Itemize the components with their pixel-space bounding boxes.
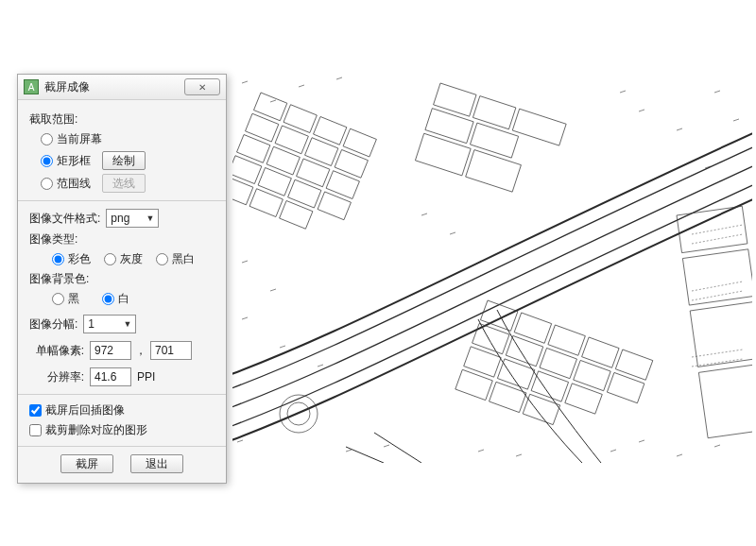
pixels-w-input[interactable]: 972 bbox=[90, 341, 131, 360]
bg-black-radio[interactable]: 黑 bbox=[52, 291, 79, 307]
separator bbox=[18, 394, 226, 395]
range-label: 截取范围: bbox=[29, 111, 77, 128]
range-current-screen-text: 当前屏幕 bbox=[57, 131, 102, 147]
bg-black-text: 黑 bbox=[68, 291, 79, 307]
format-value: png bbox=[111, 212, 129, 225]
chevron-down-icon: ▼ bbox=[146, 213, 154, 223]
crop-delete-text: 裁剪删除对应的图形 bbox=[45, 422, 147, 438]
format-label: 图像文件格式: bbox=[29, 211, 100, 227]
insert-after-checkbox[interactable]: 截屏后回插图像 bbox=[29, 402, 125, 418]
dpi-unit: PPI bbox=[137, 370, 155, 384]
type-gray-text: 灰度 bbox=[120, 251, 143, 267]
dialog-title: 截屏成像 bbox=[44, 79, 184, 95]
type-bw-text: 黑白 bbox=[172, 251, 195, 267]
dpi-input[interactable]: 41.6 bbox=[90, 367, 131, 386]
select-line-button: 选线 bbox=[102, 174, 146, 193]
draw-button[interactable]: 绘制 bbox=[102, 151, 146, 170]
range-polyline-text: 范围线 bbox=[57, 176, 91, 192]
image-type-label: 图像类型: bbox=[29, 231, 77, 247]
pixels-label: 单幅像素: bbox=[29, 343, 84, 359]
titlebar[interactable]: A 截屏成像 ✕ bbox=[18, 75, 226, 100]
range-current-screen-radio[interactable]: 当前屏幕 bbox=[41, 131, 102, 147]
bg-label: 图像背景色: bbox=[29, 271, 89, 287]
insert-after-text: 截屏后回插图像 bbox=[45, 402, 125, 418]
type-gray-radio[interactable]: 灰度 bbox=[104, 251, 143, 267]
format-select[interactable]: png ▼ bbox=[106, 209, 159, 228]
type-color-text: 彩色 bbox=[68, 251, 91, 267]
screenshot-dialog: A 截屏成像 ✕ 截取范围: 当前屏幕 矩形框 绘制 范围线 选线 bbox=[17, 74, 227, 484]
separator bbox=[18, 446, 226, 447]
app-icon: A bbox=[24, 79, 39, 94]
crop-delete-checkbox[interactable]: 裁剪删除对应的图形 bbox=[29, 422, 147, 438]
tiles-select[interactable]: 1 ▼ bbox=[83, 315, 136, 333]
pixels-separator: ， bbox=[135, 343, 146, 359]
type-bw-radio[interactable]: 黑白 bbox=[156, 251, 195, 267]
close-button[interactable]: ✕ bbox=[184, 78, 220, 95]
range-polyline-radio[interactable]: 范围线 bbox=[41, 176, 91, 192]
separator bbox=[18, 200, 226, 201]
bg-white-radio[interactable]: 白 bbox=[102, 291, 129, 307]
cad-canvas bbox=[232, 74, 752, 463]
capture-button[interactable]: 截屏 bbox=[60, 454, 113, 473]
exit-button[interactable]: 退出 bbox=[130, 454, 183, 473]
tiles-value: 1 bbox=[88, 317, 94, 331]
range-rect-radio[interactable]: 矩形框 bbox=[41, 153, 91, 169]
chevron-down-icon: ▼ bbox=[123, 319, 131, 329]
type-color-radio[interactable]: 彩色 bbox=[52, 251, 91, 267]
pixels-h-input[interactable]: 701 bbox=[150, 341, 192, 360]
bg-white-text: 白 bbox=[118, 291, 129, 307]
dpi-label: 分辨率: bbox=[29, 369, 84, 385]
tiles-label: 图像分幅: bbox=[29, 316, 77, 333]
range-rect-text: 矩形框 bbox=[57, 153, 91, 169]
